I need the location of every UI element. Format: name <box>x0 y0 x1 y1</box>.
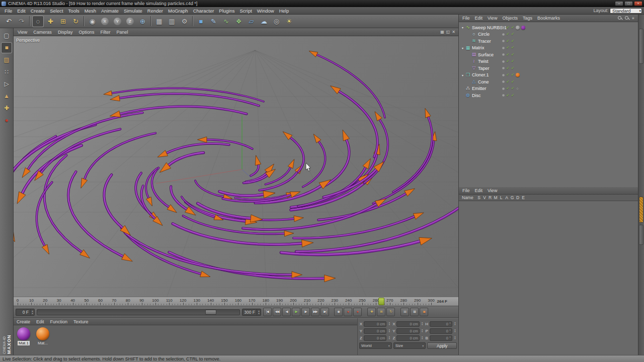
enabled-check[interactable]: ✓ <box>506 66 510 70</box>
last-tool-icon[interactable]: ◉ <box>87 16 98 27</box>
om-menu-edit[interactable]: Edit <box>472 15 486 22</box>
view-menu-filter[interactable]: Filter <box>97 28 113 36</box>
object-row[interactable]: ▾❒Cloner.1✓✓ <box>459 72 638 79</box>
prev-key-button[interactable]: ◀◀ <box>273 308 281 316</box>
record-pla-button[interactable]: ▦ <box>410 308 419 316</box>
materials-menu-texture[interactable]: Texture <box>70 319 92 325</box>
play-button[interactable]: ▶ <box>292 308 300 316</box>
view-menu-options[interactable]: Options <box>75 28 97 36</box>
add-camera-button[interactable]: ◎ <box>271 16 282 27</box>
lock-z-axis[interactable]: Z <box>124 16 136 27</box>
render-settings-button[interactable]: ⚙ <box>179 16 190 27</box>
view-menu-display[interactable]: Display <box>55 28 76 36</box>
apply-button[interactable]: Apply <box>427 342 457 349</box>
menu-script[interactable]: Script <box>237 7 255 15</box>
viewport-perspective[interactable]: Perspective <box>14 36 458 297</box>
render-picture-viewer-button[interactable]: ▥ <box>166 16 178 27</box>
materials-menu-edit[interactable]: Edit <box>33 319 47 325</box>
viewport-view-label[interactable]: Perspective <box>16 38 40 43</box>
goto-start-button[interactable]: |◀ <box>263 308 272 316</box>
enabled-check[interactable]: ✓ <box>511 94 515 98</box>
rotation-h-field[interactable]: 0 ° <box>430 321 452 327</box>
add-environment-button[interactable]: ☁ <box>258 16 270 27</box>
material-preview-sphere[interactable] <box>17 327 30 340</box>
om-menu-file[interactable]: File <box>460 15 472 22</box>
view-menu-panel[interactable]: Panel <box>113 28 131 36</box>
redo-icon[interactable]: ↷ <box>16 16 27 27</box>
tag-icon[interactable] <box>516 73 520 77</box>
enabled-check[interactable]: ✓ <box>506 73 510 77</box>
add-modeling-button[interactable]: ❖ <box>233 16 245 27</box>
value-stepper[interactable]: ▴▾ <box>387 335 391 341</box>
minimize-button[interactable]: – <box>615 1 623 6</box>
menu-edit[interactable]: Edit <box>15 7 28 15</box>
expand-arrow[interactable]: ▾ <box>460 46 465 50</box>
panel-menu-icon[interactable]: ≡ <box>632 16 634 21</box>
position-z-field[interactable]: 0 cm <box>364 335 386 341</box>
size-mode-select[interactable]: Size▾ <box>393 342 426 349</box>
menu-select[interactable]: Select <box>47 7 65 15</box>
menu-window[interactable]: Window <box>255 7 277 15</box>
dock-tab-active[interactable] <box>639 197 643 223</box>
enabled-check[interactable]: ✓ <box>511 66 515 70</box>
live-selection-tool[interactable]: ◌ <box>32 16 44 27</box>
enabled-check[interactable]: ✓ <box>506 26 510 30</box>
menu-mesh[interactable]: Mesh <box>82 7 99 15</box>
object-row[interactable]: ≀Twist✓✓ <box>459 58 638 65</box>
maximize-button[interactable]: □ <box>624 1 633 6</box>
dock-tab[interactable] <box>639 225 643 245</box>
add-floor-button[interactable]: ▱ <box>246 16 257 27</box>
next-key-button[interactable]: ▶▶ <box>311 308 319 316</box>
materials-menu-function[interactable]: Function <box>47 319 71 325</box>
enabled-check[interactable]: ✓ <box>506 86 510 90</box>
model-mode-button[interactable]: ■ <box>1 42 12 53</box>
menu-character[interactable]: Character <box>191 7 217 15</box>
scale-tool[interactable]: ⊞ <box>57 16 69 27</box>
edges-mode-button[interactable]: ▷ <box>1 78 12 89</box>
menu-simulate[interactable]: Simulate <box>121 7 145 15</box>
current-frame-marker[interactable] <box>378 298 384 305</box>
enabled-check[interactable]: ✓ <box>506 80 510 84</box>
filter-icon[interactable] <box>625 16 629 21</box>
menu-animate[interactable]: Animate <box>99 7 121 15</box>
lm-menu-edit[interactable]: Edit <box>472 187 486 195</box>
dock-tab[interactable] <box>639 29 643 64</box>
rotation-p-field[interactable]: 0 ° <box>430 328 452 334</box>
size-x-field[interactable]: 0 cm <box>396 321 419 327</box>
make-editable-button[interactable]: ▢ <box>1 30 12 41</box>
lm-menu-view[interactable]: View <box>485 187 500 195</box>
enabled-check[interactable]: ✓ <box>511 86 515 90</box>
om-menu-bookmarks[interactable]: Bookmarks <box>535 15 562 22</box>
visibility-dot[interactable] <box>502 47 505 49</box>
polygons-mode-button[interactable]: ▲ <box>1 90 12 102</box>
coordinate-mode-select[interactable]: World▾ <box>359 342 392 349</box>
visibility-dot[interactable] <box>502 87 505 90</box>
enabled-check[interactable]: ✓ <box>511 26 515 30</box>
visibility-dot[interactable] <box>502 60 505 63</box>
value-stepper[interactable]: ▴▾ <box>453 328 457 334</box>
coordinate-system-icon[interactable]: ⊕ <box>137 16 148 27</box>
enabled-check[interactable]: ✓ <box>506 94 510 98</box>
start-frame-stepper[interactable]: ▴▾ <box>30 309 34 315</box>
tag-icon[interactable]: ⁘ <box>516 87 519 90</box>
visibility-dot[interactable] <box>502 80 505 83</box>
autokey-button[interactable]: ● <box>344 308 352 316</box>
lock-x-axis[interactable]: X <box>99 16 111 27</box>
value-stepper[interactable]: ▴▾ <box>453 321 457 327</box>
snap-settings-button[interactable]: ● <box>1 115 12 126</box>
value-stepper[interactable]: ▴▾ <box>421 328 424 334</box>
add-light-button[interactable]: ☀ <box>283 16 295 27</box>
search-icon[interactable] <box>618 16 622 21</box>
view-menu-cameras[interactable]: Cameras <box>30 28 55 36</box>
value-stepper[interactable]: ▴▾ <box>421 335 424 341</box>
material-preview-sphere[interactable] <box>36 327 49 340</box>
timeline-ruler[interactable]: 264 F 0102030405060708090100110120130140… <box>14 297 458 306</box>
start-frame-field[interactable]: 0 F ▴▾ <box>16 309 35 316</box>
object-row[interactable]: ▾▦Matrix✓✓ <box>459 45 638 52</box>
tag-icon[interactable] <box>516 26 520 30</box>
material-item[interactable]: Mat.1 <box>16 327 32 345</box>
visibility-dot[interactable] <box>502 53 505 56</box>
next-frame-button[interactable]: ▶ <box>301 308 310 316</box>
layout-select[interactable]: Standard <box>610 8 642 14</box>
lock-y-axis[interactable]: Y <box>112 16 123 27</box>
